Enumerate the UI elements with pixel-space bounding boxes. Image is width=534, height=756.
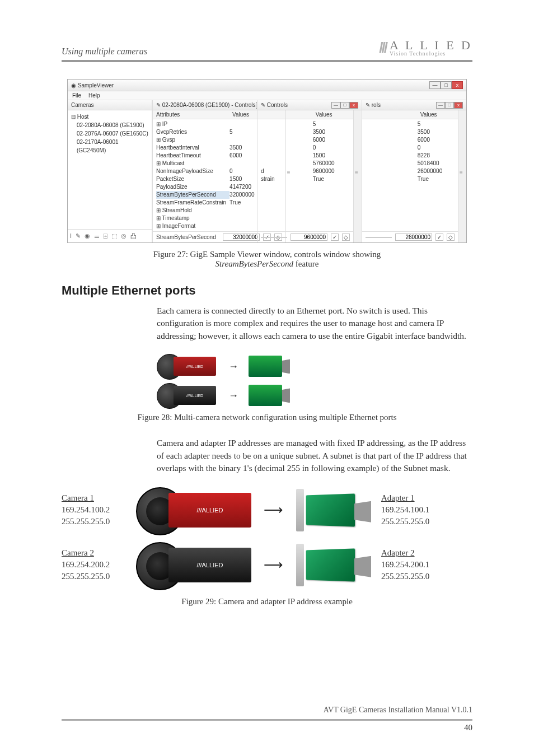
close-icon[interactable]: x [452, 81, 463, 89]
figure-27-caption: Figure 27: GigE Sample Viewer window, co… [134, 250, 400, 269]
adapter2-ip-block: Adapter 2 169.254.200.1 255.255.255.0 [381, 547, 446, 582]
maximize-icon[interactable]: □ [340, 102, 349, 109]
attribute-row[interactable]: 1500 [257, 152, 353, 160]
controls-pane: ✎ rols—□xValues5350060000822850184002600… [362, 100, 466, 242]
attribute-row[interactable]: d9600000 [257, 167, 353, 175]
window-title: ◉ SampleViewer [71, 82, 114, 88]
camera-icon: ///ALLIED [136, 486, 254, 534]
attribute-row[interactable]: 5 [362, 120, 458, 128]
scrollbar[interactable] [458, 110, 466, 242]
logo-slashes-icon: /// [379, 39, 386, 57]
stream-bytes-input[interactable] [395, 234, 432, 241]
section-heading: Multiple Ethernet ports [62, 283, 472, 298]
minimize-icon[interactable]: — [436, 102, 445, 109]
tree-item[interactable]: 02-2170A-06001 (GC2450M) [71, 138, 148, 155]
menubar[interactable]: File Help [68, 91, 466, 100]
running-header: Using multiple cameras [62, 46, 147, 57]
company-logo: /// A L L I E D Vision Technologies [379, 39, 472, 57]
footer-rule [62, 719, 472, 721]
column-headers: Values [362, 110, 458, 119]
left-toolbar[interactable]: I ✎ ◉ ⚌ ⍈ ⬚ ◎ 凸 [68, 229, 152, 242]
attribute-row[interactable]: 8228 [362, 152, 458, 160]
arrow-icon: → [228, 361, 238, 372]
column-headers: Values [257, 110, 353, 119]
footer-manual-title: AVT GigE Cameras Installation Manual V1.… [62, 706, 472, 715]
menu-file[interactable]: File [72, 92, 81, 99]
spinner-icon[interactable]: ◇ [447, 234, 455, 241]
attribute-row[interactable]: 3500 [362, 128, 458, 136]
pane-titlebar: ✎ rols—□x [362, 100, 466, 110]
pane-footer: ✓◇ [362, 231, 458, 242]
camera-icon: ///ALLIED [157, 353, 218, 379]
window-titlebar: ◉ SampleViewer —□x [68, 80, 466, 91]
camera-icon: ///ALLIED [136, 541, 254, 589]
attribute-row[interactable]: 0 [257, 144, 353, 152]
logo-main: A L L I E D [390, 40, 472, 51]
attribute-row[interactable]: 3500 [257, 128, 353, 136]
network-card-icon [293, 489, 371, 531]
stream-bytes-input[interactable] [291, 234, 327, 241]
tree-item[interactable]: 02-2080A-06008 (GE1900) [71, 121, 148, 129]
camera2-ip-block: Camera 2 169.254.200.2 255.255.255.0 [62, 547, 126, 582]
arrow-icon: → [228, 390, 238, 402]
network-card-icon [249, 385, 282, 406]
figure-29-diagram: Camera 1 169.254.100.2 255.255.255.0 ///… [62, 486, 472, 589]
minimize-icon[interactable]: — [331, 102, 340, 109]
close-icon[interactable]: x [349, 102, 358, 109]
minimize-icon[interactable]: — [429, 81, 441, 89]
paragraph-2: Camera and adapter IP addresses are mana… [157, 437, 472, 474]
close-icon[interactable]: x [454, 102, 463, 109]
scrollbar[interactable] [353, 110, 362, 242]
figure-28-diagram: ///ALLIED → ///ALLIED → [157, 353, 319, 408]
cameras-panel-header: Cameras [68, 100, 152, 110]
apply-icon[interactable]: ✓ [331, 234, 339, 241]
attribute-row[interactable]: 5 [257, 120, 353, 128]
tree-root[interactable]: ⊟ Host [71, 113, 148, 121]
header-rule [62, 60, 472, 62]
menu-help[interactable]: Help [88, 92, 100, 99]
controls-pane: ✎ 02-2080A-06008 (GE1900) - Controls—□xA… [152, 100, 257, 242]
attribute-row[interactable]: 0 [362, 144, 458, 152]
apply-icon[interactable]: ✓ [435, 234, 443, 241]
arrow-icon: ⟶ [264, 557, 283, 573]
maximize-icon[interactable]: □ [445, 102, 454, 109]
attribute-row[interactable]: 26000000 [362, 167, 458, 175]
camera1-ip-block: Camera 1 169.254.100.2 255.255.255.0 [62, 492, 126, 528]
figure-29-caption: Figure 29: Camera and adapter IP address… [134, 597, 400, 606]
tree-item[interactable]: 02-2076A-06007 (GE1650C) [71, 129, 148, 138]
stream-bytes-input[interactable] [223, 234, 260, 241]
attribute-row[interactable]: strainTrue [257, 175, 353, 183]
adapter1-ip-block: Adapter 1 169.254.100.1 255.255.255.0 [381, 492, 446, 528]
figure-28-caption: Figure 28: Multi-camera network configur… [95, 413, 439, 422]
network-card-icon [293, 544, 371, 586]
sampleviewer-screenshot: ◉ SampleViewer —□x File Help Cameras ⊟ H… [67, 79, 467, 243]
attribute-row[interactable]: 6000 [257, 136, 353, 144]
spinner-icon[interactable]: ◇ [342, 234, 350, 241]
attribute-row[interactable]: True [362, 175, 458, 183]
pane-footer: ✓◇ [257, 231, 353, 242]
camera-tree[interactable]: ⊟ Host 02-2080A-06008 (GE1900) 02-2076A-… [68, 110, 152, 229]
network-card-icon [249, 356, 282, 377]
maximize-icon[interactable]: □ [441, 81, 452, 89]
attribute-row[interactable]: 6000 [362, 136, 458, 144]
pane-titlebar: ✎ 02-2080A-06008 (GE1900) - Controls—□x [153, 100, 257, 110]
window-buttons[interactable]: —□x [429, 81, 463, 89]
paragraph-1: Each camera is connected directly to an … [157, 305, 472, 342]
attribute-row[interactable]: 5018400 [362, 160, 458, 167]
page-number: 40 [62, 723, 472, 732]
camera-icon: ///ALLIED [157, 382, 218, 408]
pane-titlebar: ✎ Controls—□x [257, 100, 362, 110]
controls-pane: ✎ Controls—□xValues535006000015005760000… [257, 100, 362, 242]
arrow-icon: ⟶ [264, 502, 283, 518]
attribute-row[interactable]: 5760000 [257, 160, 353, 167]
